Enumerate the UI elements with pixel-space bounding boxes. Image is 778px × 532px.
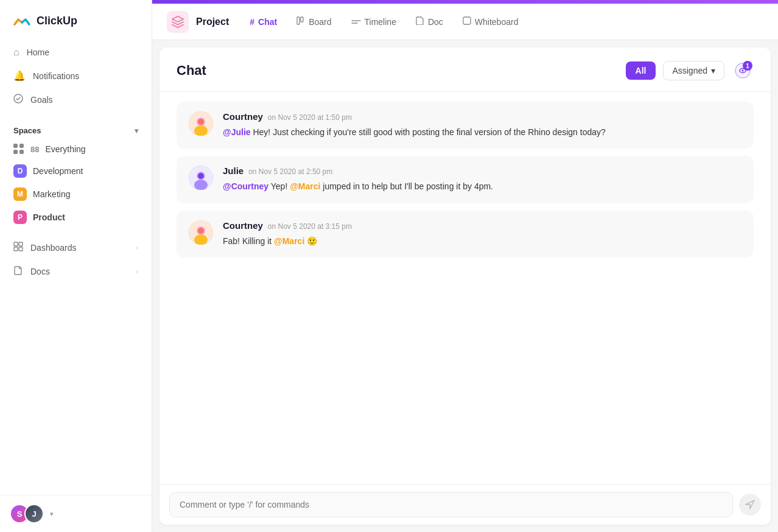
sidebar-item-development-label: Development xyxy=(33,166,83,176)
message-card-1: Courtney on Nov 5 2020 at 1:50 pm @Julie… xyxy=(177,102,754,149)
user-avatar-stack: S J xyxy=(10,504,44,523)
svg-rect-2 xyxy=(19,242,23,246)
sidebar-item-marketing-label: Marketing xyxy=(33,189,70,199)
timeline-tab-icon xyxy=(351,17,361,27)
sidebar-item-marketing[interactable]: M Marketing xyxy=(6,183,145,206)
sidebar-item-notifications-label: Notifications xyxy=(33,71,79,81)
home-icon: ⌂ xyxy=(13,47,19,58)
message-time-1: on Nov 5 2020 at 1:50 pm xyxy=(268,113,352,122)
mention-marci-1: @Marci xyxy=(290,181,320,191)
dashboards-icon xyxy=(13,242,23,253)
svg-point-12 xyxy=(742,70,744,72)
avatar-courtney-1 xyxy=(189,111,213,136)
message-text-1: @Julie Hey! Just checking if you're stil… xyxy=(223,125,741,139)
chat-title: Chat xyxy=(177,63,206,79)
main-content: Project # Chat Board Timeline Doc xyxy=(152,0,778,532)
avatar-j: J xyxy=(24,504,44,523)
message-author-2: Julie xyxy=(223,166,244,176)
bell-icon: 🔔 xyxy=(13,70,26,82)
tab-timeline-label: Timeline xyxy=(365,17,396,27)
messages-list: Courtney on Nov 5 2020 at 1:50 pm @Julie… xyxy=(159,92,771,484)
tab-chat[interactable]: # Chat xyxy=(241,12,286,32)
message-body-3a: Fab! Killing it xyxy=(223,236,274,246)
svg-point-20 xyxy=(198,173,204,179)
dashboards-label: Dashboards xyxy=(30,243,77,253)
sidebar-item-everything-label: Everything xyxy=(45,144,85,154)
send-button[interactable] xyxy=(739,494,761,516)
svg-rect-5 xyxy=(297,17,300,24)
everything-grid-icon xyxy=(13,144,24,155)
message-time-3: on Nov 5 2020 at 3:15 pm xyxy=(268,222,352,231)
avatar-courtney-3 xyxy=(189,220,213,245)
clickup-logo-icon xyxy=(12,11,32,30)
whiteboard-tab-icon xyxy=(463,16,471,27)
logo-area: ClickUp xyxy=(0,0,152,41)
message-author-1: Courtney xyxy=(223,111,263,122)
docs-left: Docs xyxy=(13,265,50,277)
message-body-2a: Yep! xyxy=(271,181,290,191)
tabs-header: Project # Chat Board Timeline Doc xyxy=(152,4,778,40)
notification-count-badge: 1 xyxy=(743,61,752,71)
mention-julie: @Julie xyxy=(223,127,251,137)
svg-rect-1 xyxy=(14,242,18,246)
sidebar-item-goals[interactable]: Goals xyxy=(6,88,145,111)
docs-arrow-icon: › xyxy=(136,267,138,276)
sidebar-item-everything[interactable]: 88 Everything xyxy=(6,139,145,159)
board-tab-icon xyxy=(296,16,305,27)
spaces-section-header[interactable]: Spaces ▾ xyxy=(6,122,145,139)
tab-doc-label: Doc xyxy=(428,17,443,27)
message-meta-2: Julie on Nov 5 2020 at 2:50 pm xyxy=(223,166,741,176)
comment-input[interactable] xyxy=(169,492,733,517)
chat-panel: Chat All Assigned ▾ 1 xyxy=(159,47,771,525)
doc-tab-icon xyxy=(416,16,424,27)
mention-courtney: @Courtney xyxy=(223,181,268,191)
sidebar-item-home[interactable]: ⌂ Home xyxy=(6,41,145,63)
notification-bell-button[interactable]: 1 xyxy=(732,60,754,82)
svg-point-24 xyxy=(198,228,204,234)
footer-chevron-icon[interactable]: ▾ xyxy=(50,510,54,518)
sidebar: ClickUp ⌂ Home 🔔 Notifications Goals Spa… xyxy=(0,0,152,532)
tab-board-label: Board xyxy=(309,17,331,27)
tab-whiteboard[interactable]: Whiteboard xyxy=(454,12,527,32)
sidebar-item-docs[interactable]: Docs › xyxy=(6,260,145,282)
tab-doc[interactable]: Doc xyxy=(407,12,452,32)
docs-label: Docs xyxy=(30,267,50,276)
tab-board[interactable]: Board xyxy=(288,12,340,32)
message-time-2: on Nov 5 2020 at 2:50 pm xyxy=(248,167,332,176)
sidebar-item-dashboards[interactable]: Dashboards › xyxy=(6,236,145,259)
tab-timeline[interactable]: Timeline xyxy=(343,12,405,32)
message-meta-3: Courtney on Nov 5 2020 at 3:15 pm xyxy=(223,220,741,231)
svg-point-16 xyxy=(198,119,204,125)
sidebar-item-product-label: Product xyxy=(33,212,65,222)
spaces-label: Spaces xyxy=(13,126,41,135)
assigned-chevron-icon: ▾ xyxy=(711,66,715,75)
sidebar-item-development[interactable]: D Development xyxy=(6,159,145,183)
mention-marci-2: @Marci xyxy=(274,236,304,246)
spaces-section: Spaces ▾ 88 Everything D Development M M… xyxy=(0,122,152,229)
filter-assigned-label: Assigned xyxy=(672,66,707,75)
message-body-3b: 🙂 xyxy=(307,236,317,246)
project-box-icon xyxy=(171,15,184,29)
filter-assigned-button[interactable]: Assigned ▾ xyxy=(663,61,724,80)
message-body-1: Hey! Just checking if you're still good … xyxy=(253,127,605,137)
filter-all-button[interactable]: All xyxy=(626,61,656,80)
logo-text: ClickUp xyxy=(37,15,77,27)
sidebar-nav: ⌂ Home 🔔 Notifications Goals xyxy=(0,41,152,111)
svg-rect-3 xyxy=(14,247,18,251)
project-label: Project xyxy=(196,16,229,27)
dashboards-left: Dashboards xyxy=(13,242,77,253)
message-card-2: Julie on Nov 5 2020 at 2:50 pm @Courtney… xyxy=(177,156,754,203)
everything-count: 88 xyxy=(30,145,39,154)
tab-chat-label: Chat xyxy=(258,17,277,27)
goals-icon xyxy=(13,94,23,106)
svg-rect-9 xyxy=(463,17,471,24)
sidebar-item-product[interactable]: P Product xyxy=(6,206,145,229)
docs-icon xyxy=(13,265,23,277)
sidebar-item-notifications[interactable]: 🔔 Notifications xyxy=(6,65,145,87)
message-content-3: Courtney on Nov 5 2020 at 3:15 pm Fab! K… xyxy=(223,220,741,248)
message-text-2: @Courtney Yep! @Marci jumped in to help … xyxy=(223,180,741,193)
message-author-3: Courtney xyxy=(223,220,263,231)
comment-box xyxy=(159,484,771,525)
chat-header-right: All Assigned ▾ 1 xyxy=(626,60,754,82)
send-icon xyxy=(745,499,755,510)
